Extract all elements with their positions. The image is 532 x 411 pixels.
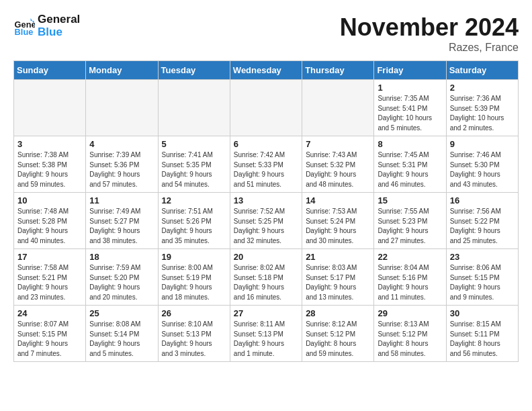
calendar-table: SundayMondayTuesdayWednesdayThursdayFrid…: [13, 60, 519, 362]
day-number: 5: [162, 139, 226, 149]
calendar-cell: 18Sunrise: 7:59 AM Sunset: 5:20 PM Dayli…: [86, 249, 158, 306]
calendar-cell: 4Sunrise: 7:39 AM Sunset: 5:36 PM Daylig…: [86, 136, 158, 193]
calendar-cell: 13Sunrise: 7:52 AM Sunset: 5:25 PM Dayli…: [230, 193, 302, 249]
day-detail: Sunrise: 7:49 AM Sunset: 5:27 PM Dayligh…: [89, 207, 154, 246]
logo-icon: General Blue: [13, 15, 35, 37]
day-detail: Sunrise: 8:07 AM Sunset: 5:15 PM Dayligh…: [17, 320, 82, 359]
calendar-cell: 22Sunrise: 8:04 AM Sunset: 5:16 PM Dayli…: [374, 249, 446, 306]
calendar-body: 1Sunrise: 7:35 AM Sunset: 5:41 PM Daylig…: [14, 80, 519, 362]
calendar-cell: 29Sunrise: 8:13 AM Sunset: 5:12 PM Dayli…: [374, 306, 446, 362]
day-detail: Sunrise: 7:41 AM Sunset: 5:35 PM Dayligh…: [162, 150, 226, 189]
calendar-cell: 23Sunrise: 8:06 AM Sunset: 5:15 PM Dayli…: [446, 249, 518, 306]
day-detail: Sunrise: 8:08 AM Sunset: 5:14 PM Dayligh…: [89, 320, 154, 359]
calendar-cell: 30Sunrise: 8:15 AM Sunset: 5:11 PM Dayli…: [446, 306, 518, 362]
calendar-cell: 16Sunrise: 7:56 AM Sunset: 5:22 PM Dayli…: [446, 193, 518, 249]
calendar-week-4: 17Sunrise: 7:58 AM Sunset: 5:21 PM Dayli…: [14, 249, 519, 306]
calendar-cell: 11Sunrise: 7:49 AM Sunset: 5:27 PM Dayli…: [86, 193, 158, 249]
calendar-week-2: 3Sunrise: 7:38 AM Sunset: 5:38 PM Daylig…: [14, 136, 519, 193]
day-number: 20: [234, 252, 298, 262]
col-header-tuesday: Tuesday: [158, 61, 230, 80]
day-number: 23: [450, 252, 515, 262]
col-header-wednesday: Wednesday: [230, 61, 302, 80]
day-number: 8: [378, 139, 442, 149]
day-detail: Sunrise: 7:56 AM Sunset: 5:22 PM Dayligh…: [450, 207, 515, 246]
calendar-cell: 26Sunrise: 8:10 AM Sunset: 5:13 PM Dayli…: [158, 306, 230, 362]
month-title: November 2024: [340, 13, 519, 42]
day-detail: Sunrise: 7:38 AM Sunset: 5:38 PM Dayligh…: [17, 150, 82, 189]
day-detail: Sunrise: 7:43 AM Sunset: 5:32 PM Dayligh…: [306, 150, 370, 189]
col-header-friday: Friday: [374, 61, 446, 80]
calendar-cell: [86, 80, 158, 136]
calendar-cell: [230, 80, 302, 136]
calendar-header-row: SundayMondayTuesdayWednesdayThursdayFrid…: [14, 61, 519, 80]
day-number: 19: [162, 252, 226, 262]
day-detail: Sunrise: 7:46 AM Sunset: 5:30 PM Dayligh…: [450, 150, 515, 189]
day-detail: Sunrise: 7:52 AM Sunset: 5:25 PM Dayligh…: [234, 207, 298, 246]
day-detail: Sunrise: 7:55 AM Sunset: 5:23 PM Dayligh…: [378, 207, 442, 246]
calendar-cell: 25Sunrise: 8:08 AM Sunset: 5:14 PM Dayli…: [86, 306, 158, 362]
calendar-week-3: 10Sunrise: 7:48 AM Sunset: 5:28 PM Dayli…: [14, 193, 519, 249]
title-block: November 2024 Razes, France: [340, 13, 519, 54]
day-number: 13: [234, 195, 298, 205]
day-detail: Sunrise: 8:10 AM Sunset: 5:13 PM Dayligh…: [162, 320, 226, 359]
calendar-cell: 12Sunrise: 7:51 AM Sunset: 5:26 PM Dayli…: [158, 193, 230, 249]
day-detail: Sunrise: 8:02 AM Sunset: 5:18 PM Dayligh…: [234, 263, 298, 302]
day-detail: Sunrise: 8:11 AM Sunset: 5:13 PM Dayligh…: [234, 320, 298, 359]
calendar-cell: 27Sunrise: 8:11 AM Sunset: 5:13 PM Dayli…: [230, 306, 302, 362]
calendar-cell: 5Sunrise: 7:41 AM Sunset: 5:35 PM Daylig…: [158, 136, 230, 193]
day-number: 9: [450, 139, 515, 149]
day-detail: Sunrise: 7:48 AM Sunset: 5:28 PM Dayligh…: [17, 207, 82, 246]
calendar-cell: 24Sunrise: 8:07 AM Sunset: 5:15 PM Dayli…: [14, 306, 86, 362]
day-detail: Sunrise: 8:06 AM Sunset: 5:15 PM Dayligh…: [450, 263, 515, 302]
day-number: 28: [306, 308, 370, 318]
day-number: 4: [89, 139, 154, 149]
calendar-cell: [302, 80, 374, 136]
col-header-sunday: Sunday: [14, 61, 86, 80]
day-number: 29: [378, 308, 442, 318]
day-detail: Sunrise: 8:04 AM Sunset: 5:16 PM Dayligh…: [378, 263, 442, 302]
location: Razes, France: [340, 42, 519, 54]
day-number: 30: [450, 308, 515, 318]
calendar-cell: 7Sunrise: 7:43 AM Sunset: 5:32 PM Daylig…: [302, 136, 374, 193]
day-number: 15: [378, 195, 442, 205]
page-header: General Blue General Blue November 2024 …: [13, 13, 519, 54]
logo: General Blue General Blue: [13, 13, 80, 38]
calendar-cell: 14Sunrise: 7:53 AM Sunset: 5:24 PM Dayli…: [302, 193, 374, 249]
day-number: 21: [306, 252, 370, 262]
day-number: 27: [234, 308, 298, 318]
day-detail: Sunrise: 7:35 AM Sunset: 5:41 PM Dayligh…: [378, 94, 442, 133]
day-number: 24: [17, 308, 82, 318]
day-detail: Sunrise: 8:03 AM Sunset: 5:17 PM Dayligh…: [306, 263, 370, 302]
day-number: 14: [306, 195, 370, 205]
calendar-cell: 17Sunrise: 7:58 AM Sunset: 5:21 PM Dayli…: [14, 249, 86, 306]
calendar-cell: 9Sunrise: 7:46 AM Sunset: 5:30 PM Daylig…: [446, 136, 518, 193]
day-number: 2: [450, 83, 515, 93]
day-number: 12: [162, 195, 226, 205]
calendar-week-5: 24Sunrise: 8:07 AM Sunset: 5:15 PM Dayli…: [14, 306, 519, 362]
day-detail: Sunrise: 7:51 AM Sunset: 5:26 PM Dayligh…: [162, 207, 226, 246]
calendar-cell: [14, 80, 86, 136]
day-detail: Sunrise: 7:59 AM Sunset: 5:20 PM Dayligh…: [89, 263, 154, 302]
day-detail: Sunrise: 7:45 AM Sunset: 5:31 PM Dayligh…: [378, 150, 442, 189]
day-number: 18: [89, 252, 154, 262]
calendar-cell: [158, 80, 230, 136]
day-detail: Sunrise: 8:00 AM Sunset: 5:19 PM Dayligh…: [162, 263, 226, 302]
day-number: 1: [378, 83, 442, 93]
logo-line1: General: [38, 13, 80, 26]
calendar-cell: 15Sunrise: 7:55 AM Sunset: 5:23 PM Dayli…: [374, 193, 446, 249]
col-header-monday: Monday: [86, 61, 158, 80]
day-detail: Sunrise: 7:53 AM Sunset: 5:24 PM Dayligh…: [306, 207, 370, 246]
day-detail: Sunrise: 8:12 AM Sunset: 5:12 PM Dayligh…: [306, 320, 370, 359]
col-header-thursday: Thursday: [302, 61, 374, 80]
logo-line2: Blue: [38, 26, 80, 39]
day-number: 25: [89, 308, 154, 318]
calendar-cell: 1Sunrise: 7:35 AM Sunset: 5:41 PM Daylig…: [374, 80, 446, 136]
day-number: 11: [89, 195, 154, 205]
day-detail: Sunrise: 7:42 AM Sunset: 5:33 PM Dayligh…: [234, 150, 298, 189]
svg-text:Blue: Blue: [15, 26, 34, 36]
calendar-cell: 3Sunrise: 7:38 AM Sunset: 5:38 PM Daylig…: [14, 136, 86, 193]
day-number: 7: [306, 139, 370, 149]
calendar-cell: 8Sunrise: 7:45 AM Sunset: 5:31 PM Daylig…: [374, 136, 446, 193]
day-number: 22: [378, 252, 442, 262]
calendar-cell: 2Sunrise: 7:36 AM Sunset: 5:39 PM Daylig…: [446, 80, 518, 136]
